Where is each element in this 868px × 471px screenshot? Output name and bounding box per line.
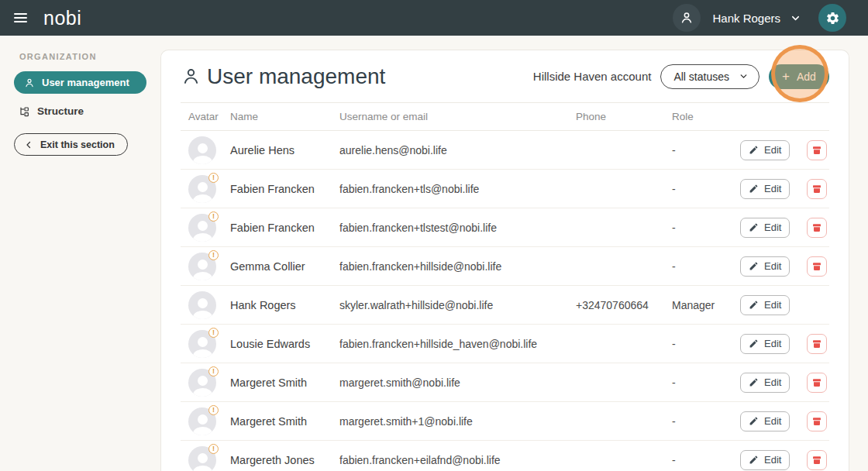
- person-icon: [24, 77, 35, 88]
- delete-button[interactable]: [807, 179, 827, 199]
- edit-button[interactable]: Edit: [740, 334, 790, 354]
- row-actions: Edit: [740, 256, 829, 277]
- chevron-down-icon[interactable]: [790, 12, 801, 24]
- avatar-cell: !: [181, 253, 230, 280]
- user-name: Lousie Edwards: [230, 338, 339, 350]
- archive-delete-icon: [811, 261, 822, 272]
- avatar: !: [188, 214, 216, 242]
- status-filter-value: All statuses: [673, 70, 729, 83]
- user-role: -: [672, 260, 740, 273]
- edit-button[interactable]: Edit: [740, 411, 790, 431]
- delete-button[interactable]: [807, 140, 827, 160]
- current-user-name[interactable]: Hank Rogers: [712, 12, 780, 25]
- user-phone: +32470760664: [576, 299, 672, 311]
- edit-button-label: Edit: [764, 415, 781, 427]
- chevron-down-icon: [739, 71, 749, 81]
- user-role: -: [672, 183, 740, 195]
- sidebar-item-label: Structure: [37, 105, 84, 117]
- edit-button-label: Edit: [764, 222, 781, 233]
- user-name: Gemma Collier: [230, 260, 339, 273]
- column-header-avatar: Avatar: [181, 111, 230, 122]
- table-body: Aurelie Hens aurelie.hens@nobi.life - Ed…: [181, 131, 829, 471]
- pencil-icon: [749, 416, 759, 426]
- edit-button-label: Edit: [764, 299, 781, 311]
- table-header: Avatar Name Username or email Phone Role: [181, 102, 829, 131]
- current-user-avatar[interactable]: [673, 4, 701, 32]
- status-filter-dropdown[interactable]: All statuses: [660, 64, 760, 89]
- delete-button[interactable]: [807, 373, 827, 393]
- avatar-cell: !: [181, 407, 230, 435]
- user-name: Fabien Francken: [230, 222, 339, 234]
- avatar: !: [188, 446, 216, 471]
- column-header-phone: Phone: [576, 111, 672, 122]
- pencil-icon: [749, 455, 759, 465]
- table-row: ! Margeret Smith margeret.smith+1@nobi.l…: [181, 402, 829, 441]
- user-role: -: [672, 454, 740, 466]
- hamburger-menu-icon[interactable]: [14, 13, 27, 22]
- delete-button[interactable]: [807, 450, 827, 470]
- user-email: fabien.francken+hillside@nobi.life: [339, 260, 576, 273]
- pencil-icon: [749, 222, 759, 232]
- avatar-cell: [181, 136, 230, 164]
- table-row: ! Gemma Collier fabien.francken+hillside…: [181, 247, 829, 286]
- user-email: fabien.francken+tls@nobi.life: [339, 183, 576, 195]
- table-row: ! Margereth Jones fabien.francken+eilafn…: [181, 441, 829, 471]
- edit-button[interactable]: Edit: [740, 179, 790, 199]
- table-row: Aurelie Hens aurelie.hens@nobi.life - Ed…: [181, 131, 829, 170]
- delete-button[interactable]: [807, 411, 827, 431]
- edit-button[interactable]: Edit: [740, 140, 790, 160]
- edit-button[interactable]: Edit: [740, 218, 790, 238]
- sidebar-section-label: ORGANIZATION: [19, 52, 160, 61]
- edit-button[interactable]: Edit: [740, 373, 790, 393]
- exit-section-label: Exit this section: [40, 139, 115, 150]
- column-header-name: Name: [230, 111, 339, 122]
- user-email: skyler.walrath+hillside@nobi.life: [339, 299, 576, 311]
- delete-button[interactable]: [807, 218, 827, 238]
- edit-button[interactable]: Edit: [740, 295, 790, 315]
- settings-button[interactable]: [818, 4, 846, 32]
- sidebar-item-user-management[interactable]: User management: [14, 71, 146, 94]
- row-actions: Edit: [740, 140, 829, 160]
- app-logo: nobi: [43, 7, 81, 29]
- pencil-icon: [749, 145, 759, 155]
- sidebar-item-label: User management: [42, 77, 129, 88]
- avatar: [188, 291, 216, 319]
- table-row: Hank Rogers skyler.walrath+hillside@nobi…: [181, 286, 829, 325]
- user-role: -: [672, 415, 740, 428]
- alert-badge-icon: !: [208, 250, 219, 260]
- pencil-icon: [749, 339, 759, 349]
- user-role: -: [672, 376, 740, 389]
- chevron-left-icon: [24, 140, 33, 150]
- user-role: -: [672, 222, 740, 234]
- user-name: Margeret Smith: [230, 415, 339, 428]
- edit-button[interactable]: Edit: [740, 256, 790, 277]
- alert-badge-icon: !: [208, 405, 219, 415]
- user-name: Margeret Smith: [230, 376, 339, 389]
- delete-button[interactable]: [807, 256, 827, 277]
- page-title: User management: [207, 64, 385, 89]
- table-row: ! Fabien Francken fabien.francken+tlstes…: [181, 208, 829, 247]
- edit-button-label: Edit: [764, 338, 781, 349]
- alert-badge-icon: !: [208, 173, 219, 183]
- user-email: fabien.francken+hillside_haven@nobi.life: [339, 338, 576, 350]
- user-email: margeret.smith+1@nobi.life: [339, 415, 576, 428]
- delete-button[interactable]: [807, 334, 827, 354]
- exit-section-button[interactable]: Exit this section: [14, 133, 128, 156]
- avatar-cell: !: [181, 175, 230, 203]
- archive-delete-icon: [811, 339, 822, 349]
- edit-button[interactable]: Edit: [740, 450, 790, 470]
- add-user-button[interactable]: + Add: [769, 64, 829, 89]
- edit-button-label: Edit: [764, 144, 781, 156]
- pencil-icon: [749, 184, 759, 194]
- row-actions: Edit: [740, 218, 829, 238]
- sidebar-item-structure[interactable]: Structure: [14, 101, 146, 122]
- add-button-label: Add: [797, 70, 816, 83]
- avatar: !: [188, 253, 216, 280]
- table-row: ! Margeret Smith margeret.smith@nobi.lif…: [181, 363, 829, 402]
- avatar: !: [188, 369, 216, 397]
- topbar: nobi Hank Rogers: [0, 0, 868, 36]
- archive-delete-icon: [811, 145, 822, 156]
- edit-button-label: Edit: [764, 454, 781, 466]
- avatar-cell: [181, 291, 230, 319]
- user-email: aurelie.hens@nobi.life: [339, 144, 576, 156]
